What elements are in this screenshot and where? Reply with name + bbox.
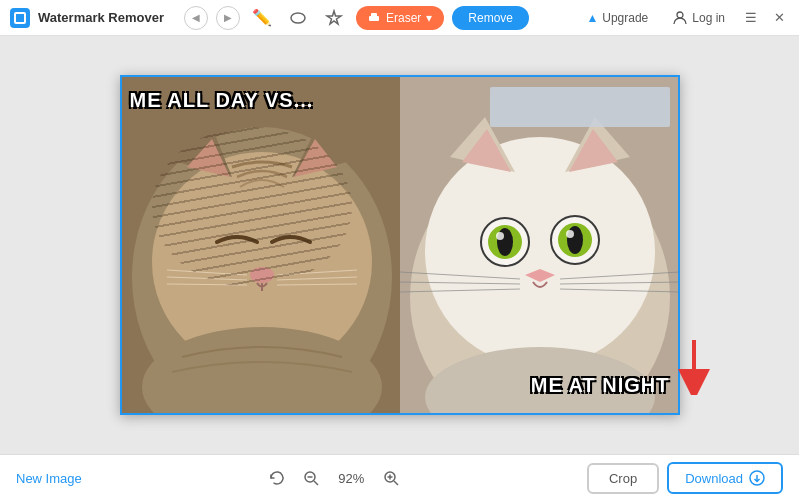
titlebar: Watermark Remover ◀ ▶ ✏️ Eraser ▾ Remove… [0,0,799,36]
svg-point-33 [566,230,574,238]
cat-right [400,77,678,413]
login-button[interactable]: Log in [664,6,733,30]
svg-point-11 [250,267,274,283]
upgrade-button[interactable]: ▲ Upgrade [578,7,656,29]
app-title: Watermark Remover [38,10,164,25]
star-tool-icon[interactable] [320,4,348,32]
new-image-button[interactable]: New Image [16,465,82,492]
eraser-dropdown-icon: ▾ [426,11,432,25]
bottom-left-controls: New Image [16,465,82,492]
watermark-overlay [490,87,670,127]
crop-button[interactable]: Crop [587,463,659,494]
svg-point-32 [496,232,504,240]
main-canvas-area: ME ALL DAY VS... ME AT NIGHT [0,36,799,454]
svg-line-43 [314,481,318,485]
bottom-toolbar: New Image 92% Crop [0,454,799,501]
zoom-level-display: 92% [333,471,369,486]
remove-button[interactable]: Remove [452,6,529,30]
zoom-out-button[interactable] [299,466,323,490]
svg-point-0 [291,13,305,23]
cat-left [122,77,400,413]
meme-text-bottom: ME AT NIGHT [531,374,670,397]
app-logo [10,8,30,28]
rotate-button[interactable] [265,466,289,490]
window-menu-button[interactable]: ☰ [741,8,761,28]
nav-back-button[interactable]: ◀ [184,6,208,30]
red-arrow-indicator [669,335,719,399]
zoom-controls: 92% [265,466,403,490]
zoom-in-button[interactable] [379,466,403,490]
bottom-right-controls: Crop Download [587,462,783,494]
nav-forward-button[interactable]: ▶ [216,6,240,30]
svg-rect-2 [371,13,377,17]
svg-point-21 [425,137,655,367]
eraser-button[interactable]: Eraser ▾ [356,6,444,30]
window-close-button[interactable]: ✕ [769,8,789,28]
lasso-tool-icon[interactable] [284,4,312,32]
meme-text-top: ME ALL DAY VS... [130,89,314,112]
svg-line-46 [394,481,398,485]
svg-point-3 [677,12,683,18]
svg-marker-9 [187,139,230,177]
meme-image: ME ALL DAY VS... ME AT NIGHT [122,77,678,413]
pen-tool-icon[interactable]: ✏️ [248,4,276,32]
download-button[interactable]: Download [667,462,783,494]
image-container: ME ALL DAY VS... ME AT NIGHT [120,75,680,415]
upgrade-icon: ▲ [586,11,598,25]
